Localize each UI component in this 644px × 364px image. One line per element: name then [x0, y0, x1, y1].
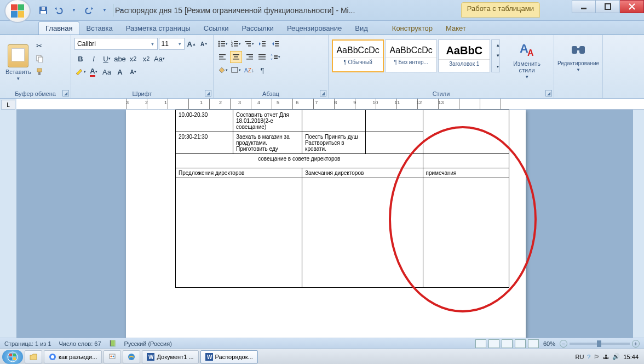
decrease-indent-icon[interactable]: [256, 38, 268, 50]
document-table[interactable]: 10.00-20.30 Составить отчет Для 18.01.20…: [175, 110, 509, 288]
status-language[interactable]: Русский (Россия): [124, 340, 172, 347]
clipboard-dialog-launcher[interactable]: ◢: [62, 90, 69, 96]
show-marks-icon[interactable]: ¶: [256, 64, 268, 76]
table-cell[interactable]: Заехать в магазин за продуктами. Пригото…: [233, 132, 302, 154]
tray-flag-icon[interactable]: 🏳: [594, 354, 600, 360]
justify-icon[interactable]: [256, 51, 268, 63]
multilevel-icon[interactable]: ▾: [243, 38, 255, 50]
task-word2[interactable]: WРаспорядок...: [200, 350, 258, 363]
subscript-icon[interactable]: x2: [127, 53, 139, 65]
line-spacing-icon[interactable]: ▾: [269, 51, 281, 63]
view-print-layout-icon[interactable]: [475, 339, 486, 348]
sort-icon[interactable]: AZ↓: [243, 64, 255, 76]
zoom-value[interactable]: 60%: [543, 340, 555, 347]
office-button[interactable]: [4, 0, 31, 23]
font-dialog-launcher[interactable]: ◢: [205, 90, 211, 96]
font-color-icon[interactable]: A▾: [88, 66, 100, 78]
page[interactable]: 10.00-20.30 Составить отчет Для 18.01.20…: [126, 110, 526, 338]
task-paint[interactable]: [104, 350, 121, 363]
document-area[interactable]: 7891011121314151617 10.00-20.30 Составит…: [16, 110, 633, 338]
table-cell[interactable]: [365, 132, 423, 154]
change-case-icon[interactable]: Aa▾: [153, 53, 165, 65]
paragraph-dialog-launcher[interactable]: ◢: [320, 90, 326, 96]
tab-view[interactable]: Вид: [348, 22, 375, 35]
format-painter-icon[interactable]: [33, 66, 45, 78]
qat-dropdown-icon[interactable]: ▼: [67, 4, 81, 16]
redo-icon[interactable]: [82, 4, 96, 16]
tab-page-layout[interactable]: Разметка страницы: [119, 22, 197, 35]
tray-lang[interactable]: RU: [575, 354, 584, 360]
tab-references[interactable]: Ссылки: [197, 22, 235, 35]
save-icon[interactable]: [36, 4, 50, 16]
zoom-in-icon[interactable]: +: [632, 340, 640, 348]
tab-layout[interactable]: Макет: [439, 22, 473, 35]
shrink-font-icon[interactable]: A▼: [198, 38, 210, 50]
table-cell[interactable]: [365, 110, 423, 132]
view-web-icon[interactable]: [502, 339, 513, 348]
table-row[interactable]: Предложения директоров Замечания директо…: [176, 168, 509, 178]
borders-icon[interactable]: ▾: [230, 64, 242, 76]
table-row[interactable]: 10.00-20.30 Составить отчет Для 18.01.20…: [176, 110, 509, 132]
table-cell[interactable]: 20:30-21:30: [176, 132, 233, 154]
align-left-icon[interactable]: [217, 51, 229, 63]
table-cell[interactable]: примечания: [423, 168, 509, 178]
tray-help-icon[interactable]: ?: [587, 354, 590, 360]
task-chrome[interactable]: как разъеди...: [44, 350, 102, 363]
status-page[interactable]: Страница: 1 из 1: [4, 340, 51, 347]
font-size-combo[interactable]: 11▼: [159, 38, 185, 50]
start-button[interactable]: [2, 350, 23, 364]
table-row[interactable]: совещание в совете директоров: [176, 154, 509, 168]
highlight-icon[interactable]: ▾: [74, 66, 87, 78]
minimize-button[interactable]: [572, 0, 596, 13]
grow-font-icon[interactable]: A▲: [186, 38, 197, 50]
tab-insert[interactable]: Вставка: [79, 22, 119, 35]
bullets-icon[interactable]: ▾: [217, 38, 229, 50]
style-normal[interactable]: AaBbCcDc ¶ Обычный: [332, 39, 384, 72]
styles-dialog-launcher[interactable]: ◢: [545, 90, 552, 96]
table-cell[interactable]: [302, 110, 366, 132]
styles-down-icon[interactable]: ▼: [492, 50, 504, 61]
ruler-corner[interactable]: L: [1, 100, 15, 110]
close-button[interactable]: [620, 0, 644, 13]
increase-indent-icon[interactable]: [269, 38, 281, 50]
ruler-horizontal[interactable]: 32112345678910111213: [16, 99, 644, 110]
tab-mailings[interactable]: Рассылки: [235, 22, 280, 35]
view-draft-icon[interactable]: [528, 339, 539, 348]
table-cell[interactable]: 10.00-20.30: [176, 110, 233, 132]
font-name-combo[interactable]: Calibri▼: [74, 38, 158, 50]
shading-icon[interactable]: ▾: [217, 64, 229, 76]
zoom-out-icon[interactable]: −: [560, 340, 567, 348]
table-cell[interactable]: Поесть Принять душ Раствориться в кроват…: [302, 132, 366, 154]
italic-icon[interactable]: I: [88, 53, 100, 65]
task-word1[interactable]: WДокумент1 ...: [142, 350, 198, 363]
style-no-spacing[interactable]: AaBbCcDc ¶ Без интер...: [385, 39, 437, 72]
paste-button[interactable]: Вставить ▼: [3, 37, 33, 88]
cut-icon[interactable]: ✂: [33, 39, 45, 52]
find-button[interactable]: Редактирование ▼: [557, 41, 599, 73]
change-styles-button[interactable]: AA Изменить стили ▼: [503, 39, 550, 81]
copy-icon[interactable]: [33, 53, 45, 65]
table-cell[interactable]: [423, 154, 509, 168]
table-cell[interactable]: [302, 178, 423, 288]
view-outline-icon[interactable]: [515, 339, 526, 348]
tray-volume-icon[interactable]: 🔊: [612, 353, 620, 360]
maximize-button[interactable]: [596, 0, 620, 13]
align-center-icon[interactable]: [230, 51, 242, 63]
strikethrough-icon[interactable]: abe: [114, 53, 126, 65]
table-cell[interactable]: Предложения директоров: [176, 168, 302, 178]
table-row[interactable]: [176, 178, 509, 288]
table-cell[interactable]: совещание в совете директоров: [176, 154, 423, 168]
status-words[interactable]: Число слов: 67: [59, 340, 101, 347]
table-cell[interactable]: Замечания директоров: [302, 168, 423, 178]
grow-font2-icon[interactable]: A: [114, 66, 126, 78]
superscript-icon[interactable]: x2: [140, 53, 152, 65]
bold-icon[interactable]: B: [74, 53, 87, 65]
shrink-font2-icon[interactable]: A▾: [127, 66, 139, 78]
styles-up-icon[interactable]: ▲: [492, 40, 504, 50]
tab-review[interactable]: Рецензирование: [280, 22, 348, 35]
underline-icon[interactable]: U▾: [101, 53, 113, 65]
style-heading1[interactable]: AaBbC Заголовок 1: [438, 39, 490, 72]
undo-icon[interactable]: [51, 4, 66, 16]
task-explorer[interactable]: [25, 350, 42, 363]
table-cell[interactable]: Составить отчет Для 18.01.2018(2-е совещ…: [233, 110, 302, 132]
